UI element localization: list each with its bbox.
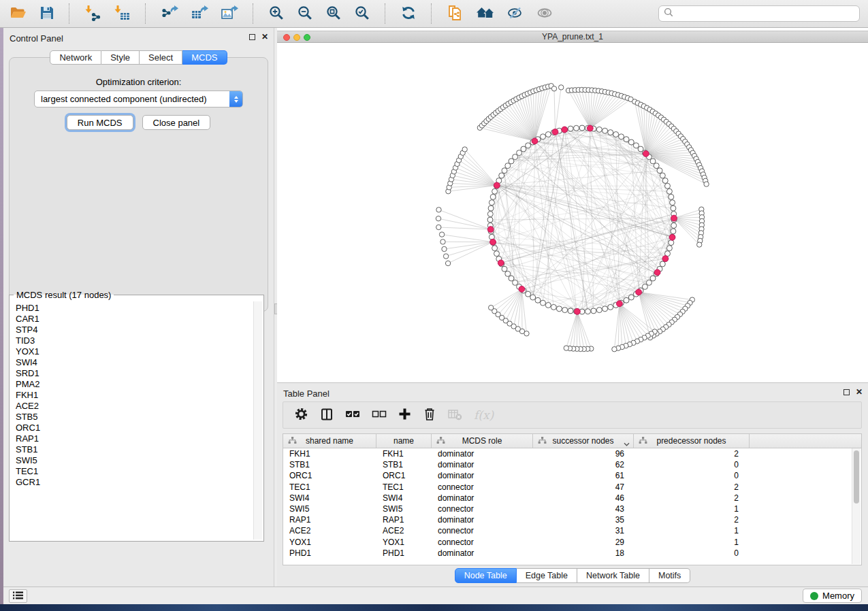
gear-icon — [294, 407, 308, 423]
export-image-icon — [221, 5, 238, 23]
table-row[interactable]: ORC1ORC1dominator610 — [283, 470, 861, 481]
close-panel-icon[interactable]: ✕ — [856, 388, 863, 396]
table-cell: 0 — [634, 548, 750, 558]
zoom-out-button[interactable] — [295, 3, 315, 24]
column-header-name[interactable]: name — [376, 434, 432, 448]
table-cell: SWI4 — [283, 493, 376, 503]
table-row[interactable]: TEC1TEC1connector472 — [283, 482, 861, 493]
delete-column-button[interactable] — [423, 407, 436, 423]
minimize-window-button[interactable] — [293, 34, 300, 41]
unchecked-boxes-icon — [372, 408, 387, 423]
export-network-button[interactable] — [159, 3, 180, 24]
table-cell: dominator — [432, 471, 533, 480]
float-panel-icon[interactable] — [249, 34, 255, 40]
table-cell: 29 — [533, 538, 634, 547]
export-table-icon — [191, 5, 208, 23]
application-window: Control Panel ✕ NetworkStyleSelectMCDS O… — [0, 0, 868, 611]
table-panel-tabs: Node TableEdge TableNetwork TableMotifs — [277, 568, 868, 583]
main-toolbar — [0, 0, 868, 28]
mcds-scrollbar[interactable] — [253, 301, 262, 540]
export-network-icon — [161, 5, 178, 23]
table-cell: 0 — [634, 471, 750, 480]
network-canvas[interactable] — [277, 43, 868, 382]
criterion-dropdown[interactable]: largest connected component (undirected) — [34, 90, 243, 108]
deselect-all-columns-button[interactable] — [372, 408, 387, 423]
column-header-shared-name[interactable]: shared name — [283, 434, 376, 448]
close-panel-button[interactable]: Close panel — [142, 115, 211, 130]
search-input[interactable] — [677, 8, 854, 19]
memory-button[interactable]: Memory — [803, 589, 862, 603]
column-header-successor-nodes[interactable]: successor nodes — [533, 434, 634, 448]
tab-edge-table[interactable]: Edge Table — [517, 568, 577, 583]
export-image-button[interactable] — [219, 3, 240, 24]
function-builder-button: f(x) — [474, 408, 494, 422]
mcds-result-item: PMA2 — [16, 379, 253, 390]
table-cell: TEC1 — [376, 482, 432, 492]
home-view-button[interactable] — [475, 4, 496, 24]
mcds-result-box: MCDS result (17 nodes) PHD1CAR1STP4TID3Y… — [9, 290, 264, 542]
column-type-icon — [538, 437, 547, 446]
close-window-button[interactable] — [283, 34, 290, 41]
float-panel-icon[interactable] — [843, 389, 850, 395]
open-file-button[interactable] — [8, 4, 29, 24]
tab-style[interactable]: Style — [101, 50, 140, 65]
import-network-icon — [84, 5, 101, 23]
table-cell: 61 — [533, 471, 634, 480]
import-table-button[interactable] — [112, 3, 132, 24]
table-row[interactable]: SWI5SWI5connector431 — [283, 503, 861, 514]
import-network-button[interactable] — [83, 3, 103, 24]
mcds-result-item: FKH1 — [16, 390, 253, 401]
table-scrollbar-thumb[interactable] — [854, 450, 859, 503]
mcds-result-item: STP4 — [16, 325, 253, 335]
optimization-criterion-label: Optimization criterion: — [10, 77, 268, 87]
mcds-result-list: PHD1CAR1STP4TID3YOX1SWI4SRD1PMA2FKH1ACE2… — [10, 301, 253, 540]
table-cell: connector — [432, 504, 533, 514]
show-all-button[interactable] — [535, 5, 555, 23]
zoom-fit-button[interactable] — [324, 3, 343, 24]
refresh-button[interactable] — [399, 3, 418, 24]
table-row[interactable]: STB1STB1dominator620 — [283, 459, 861, 470]
table-cell: YOX1 — [376, 538, 432, 547]
table-cell: 1 — [634, 538, 750, 547]
tab-select[interactable]: Select — [140, 50, 182, 65]
tab-mcds[interactable]: MCDS — [182, 50, 227, 65]
table-row[interactable]: PHD1PHD1dominator180 — [283, 548, 861, 559]
close-panel-icon[interactable]: ✕ — [261, 33, 268, 41]
table-row[interactable]: YOX1YOX1connector291 — [283, 537, 861, 548]
export-table-button[interactable] — [189, 3, 210, 24]
table-cell: FKH1 — [283, 449, 376, 459]
table-row[interactable]: FKH1FKH1dominator962 — [283, 448, 861, 459]
tab-node-table[interactable]: Node Table — [455, 568, 517, 583]
table-cell: 2 — [634, 493, 750, 503]
table-row[interactable]: RAP1RAP1dominator352 — [283, 514, 861, 525]
dropdown-stepper-icon — [229, 91, 242, 107]
table-settings-button[interactable] — [294, 407, 308, 423]
select-all-columns-button[interactable] — [345, 408, 360, 423]
clone-network-button[interactable] — [445, 3, 465, 24]
tab-network[interactable]: Network — [50, 50, 101, 65]
column-header-mcds-role[interactable]: MCDS role — [432, 434, 533, 448]
search-icon — [664, 7, 673, 20]
mcds-result-item: SRD1 — [16, 368, 253, 379]
show-columns-button[interactable] — [320, 408, 334, 423]
tab-network-table[interactable]: Network Table — [577, 568, 649, 583]
maximize-window-button[interactable] — [304, 34, 310, 41]
table-cell: connector — [432, 538, 533, 547]
table-row[interactable]: ACE2ACE2connector311 — [283, 525, 861, 536]
save-button[interactable] — [38, 4, 56, 24]
hide-selected-button[interactable] — [506, 5, 526, 23]
zoom-in-button[interactable] — [267, 3, 286, 24]
column-header-predecessor-nodes[interactable]: predecessor nodes — [634, 434, 750, 448]
tab-motifs[interactable]: Motifs — [649, 568, 690, 583]
run-mcds-button[interactable]: Run MCDS — [67, 115, 133, 130]
mcds-result-item: TID3 — [16, 335, 253, 346]
create-column-button[interactable] — [398, 408, 411, 423]
zoom-selected-button[interactable] — [353, 3, 372, 24]
zoom-selected-icon — [354, 5, 370, 23]
mcds-result-item: PHD1 — [16, 303, 253, 314]
table-panel-title: Table Panel — [283, 389, 329, 399]
table-row[interactable]: SWI4SWI4dominator462 — [283, 493, 861, 503]
mcds-result-item: SWI5 — [16, 455, 253, 466]
ui-settings-menu-button[interactable] — [9, 589, 27, 603]
table-scrollbar[interactable] — [852, 448, 861, 564]
